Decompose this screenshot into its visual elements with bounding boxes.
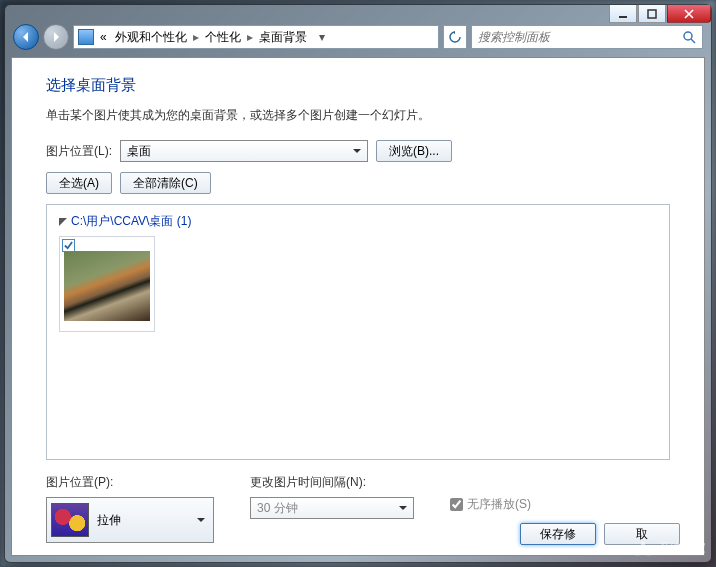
page-title: 选择桌面背景	[46, 76, 670, 95]
interval-label: 更改图片时间间隔(N):	[250, 474, 414, 491]
breadcrumb-prefix: «	[98, 30, 109, 44]
breadcrumb[interactable]: « 外观和个性化 ▸ 个性化 ▸ 桌面背景 ▾	[73, 25, 439, 49]
interval-value: 30 分钟	[257, 500, 298, 517]
svg-line-3	[691, 39, 695, 43]
shuffle-label: 无序播放(S)	[467, 496, 531, 513]
search-box[interactable]	[471, 25, 703, 49]
shuffle-option[interactable]: 无序播放(S)	[450, 496, 531, 513]
select-all-button[interactable]: 全选(A)	[46, 172, 112, 194]
image-thumbnail[interactable]	[59, 236, 155, 332]
svg-point-2	[684, 32, 692, 40]
location-label: 图片位置(L):	[46, 143, 112, 160]
page-description: 单击某个图片使其成为您的桌面背景，或选择多个图片创建一个幻灯片。	[46, 107, 670, 124]
thumbnail-image	[64, 251, 150, 321]
fit-value: 拉伸	[97, 512, 121, 529]
content-pane: 选择桌面背景 单击某个图片使其成为您的桌面背景，或选择多个图片创建一个幻灯片。 …	[11, 57, 705, 556]
breadcrumb-separator: ▸	[247, 30, 253, 44]
window-titlebar	[608, 5, 711, 23]
location-value: 桌面	[127, 143, 151, 160]
back-button[interactable]	[13, 24, 39, 50]
interval-combo[interactable]: 30 分钟	[250, 497, 414, 519]
maximize-button[interactable]	[638, 5, 666, 23]
control-panel-window: « 外观和个性化 ▸ 个性化 ▸ 桌面背景 ▾ 选择桌面背景 单击某个图片使其成…	[4, 4, 712, 563]
svg-rect-1	[648, 10, 656, 18]
breadcrumb-item[interactable]: 外观和个性化	[113, 29, 189, 46]
fit-option: 图片位置(P): 拉伸	[46, 474, 214, 543]
fit-combo[interactable]: 拉伸	[46, 497, 214, 543]
folder-header[interactable]: C:\用户\CCAV\桌面 (1)	[59, 213, 657, 230]
fit-preview-icon	[51, 503, 89, 537]
cancel-button[interactable]: 取	[604, 523, 680, 545]
interval-option: 更改图片时间间隔(N): 30 分钟	[250, 474, 414, 519]
save-button[interactable]: 保存修	[520, 523, 596, 545]
minimize-button[interactable]	[609, 5, 637, 23]
close-button[interactable]	[667, 5, 711, 23]
breadcrumb-item[interactable]: 桌面背景	[257, 29, 309, 46]
svg-rect-0	[619, 16, 627, 18]
thumbnail-checkbox[interactable]	[62, 239, 75, 252]
breadcrumb-dropdown[interactable]: ▾	[313, 30, 331, 44]
footer-buttons: 保存修 取	[520, 523, 680, 545]
location-row: 图片位置(L): 桌面 浏览(B)...	[46, 140, 670, 162]
breadcrumb-separator: ▸	[193, 30, 199, 44]
bulk-actions-row: 全选(A) 全部清除(C)	[46, 172, 670, 194]
personalization-icon	[78, 29, 94, 45]
expand-collapse-icon	[59, 218, 67, 226]
clear-all-button[interactable]: 全部清除(C)	[120, 172, 211, 194]
forward-button[interactable]	[43, 24, 69, 50]
location-combo[interactable]: 桌面	[120, 140, 368, 162]
folder-path: C:\用户\CCAV\桌面 (1)	[71, 213, 191, 230]
shuffle-checkbox[interactable]	[450, 498, 463, 511]
image-list-area: C:\用户\CCAV\桌面 (1)	[46, 204, 670, 460]
navigation-bar: « 外观和个性化 ▸ 个性化 ▸ 桌面背景 ▾	[11, 21, 705, 53]
search-input[interactable]	[478, 30, 682, 44]
refresh-button[interactable]	[443, 25, 467, 49]
browse-button[interactable]: 浏览(B)...	[376, 140, 452, 162]
breadcrumb-item[interactable]: 个性化	[203, 29, 243, 46]
fit-label: 图片位置(P):	[46, 474, 214, 491]
search-icon	[682, 30, 696, 44]
